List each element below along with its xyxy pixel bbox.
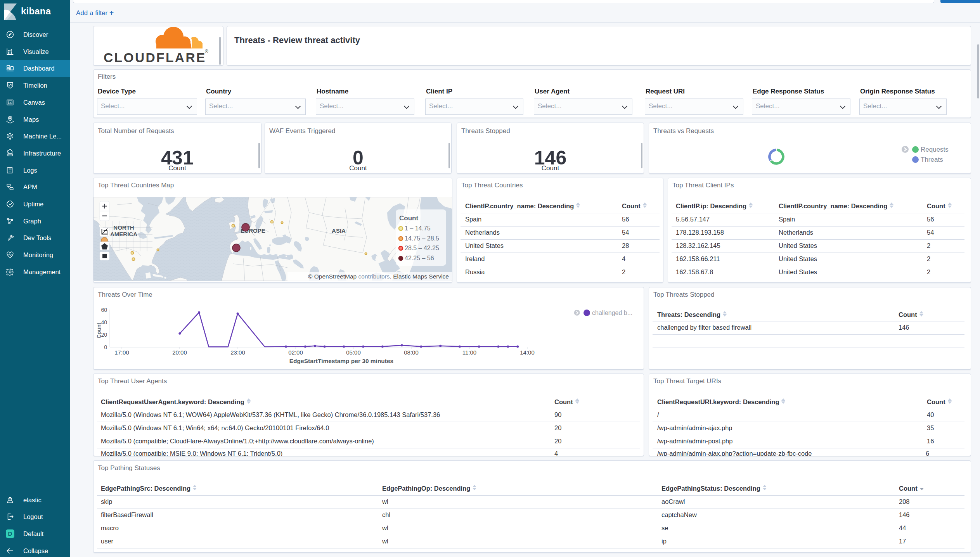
svg-text:NORTH: NORTH	[113, 224, 134, 231]
svg-text:Count: Count	[96, 322, 102, 338]
svg-text:14.75 – 28.5: 14.75 – 28.5	[405, 235, 439, 242]
svg-text:© OpenStreetMap contributors,: © OpenStreetMap contributors, Elastic Ma…	[308, 273, 449, 280]
svg-text:CLOUDFLARE: CLOUDFLARE	[104, 50, 206, 65]
svg-text:42.25 – 56: 42.25 – 56	[405, 255, 434, 261]
svg-text:ASIA: ASIA	[332, 227, 346, 234]
svg-text:20:00: 20:00	[172, 349, 187, 356]
svg-text:23:00: 23:00	[230, 349, 245, 356]
svg-text:0: 0	[104, 344, 107, 350]
svg-text:EdgeStartTimestamp per 30 minu: EdgeStartTimestamp per 30 minutes	[289, 358, 393, 364]
svg-text:17:00: 17:00	[114, 349, 129, 356]
svg-text:AMERICA: AMERICA	[110, 231, 137, 237]
svg-text:05:00: 05:00	[346, 349, 361, 356]
svg-text:Count: Count	[399, 214, 418, 222]
svg-text:08:00: 08:00	[404, 349, 419, 356]
svg-text:1 – 14.75: 1 – 14.75	[405, 225, 431, 232]
svg-text:14:00: 14:00	[520, 349, 535, 356]
svg-text:®: ®	[205, 49, 208, 54]
svg-text:02:00: 02:00	[288, 349, 303, 356]
svg-text:11:00: 11:00	[462, 349, 476, 356]
svg-text:28.5 – 42.25: 28.5 – 42.25	[405, 245, 439, 251]
svg-text:60: 60	[101, 307, 107, 313]
